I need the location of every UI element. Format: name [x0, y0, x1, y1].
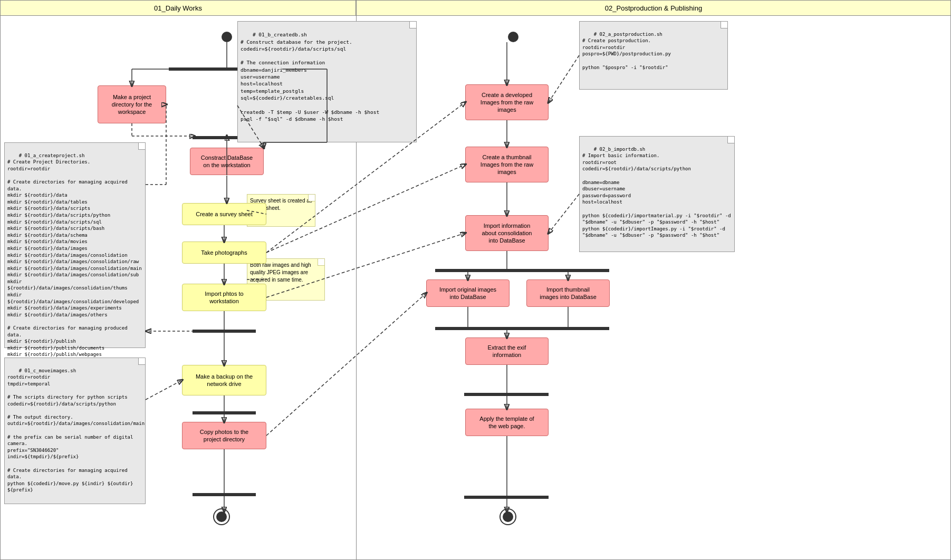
box-import-photos-label: Import phtos toworkstation: [205, 290, 243, 305]
box-apply-template-label: Apply the template ofthe web page.: [479, 415, 534, 430]
box-create-developed[interactable]: Create a developedImages from the rawima…: [465, 84, 549, 120]
box-create-developed-label: Create a developedImages from the rawima…: [481, 91, 533, 114]
fork-bar-4: [193, 411, 256, 414]
fork-bar-r1: [435, 269, 609, 272]
box-import-original-label: Import original imagesinto DataBase: [439, 286, 496, 301]
box-take-photos[interactable]: Take photographs: [182, 242, 266, 264]
box-make-project-dir-label: Make a projectdirectory for theworkspace: [112, 93, 152, 116]
code-box-createproject: # 01_a_createproject.sh # Create Project…: [4, 142, 146, 348]
code-moveimages-text: # 01_c_moveimages.sh rootdir=rootdir tmp…: [7, 368, 145, 493]
box-copy-photos[interactable]: Copy photos to theproject directory: [182, 422, 266, 449]
box-construct-db[interactable]: Constract DataBaseon the workstation: [190, 148, 264, 175]
box-construct-db-label: Constract DataBaseon the workstation: [201, 154, 253, 169]
box-import-thumbnail[interactable]: Import thumbnailimages into DataBase: [526, 279, 610, 307]
code-importdb-text: # 02_b_importdb.sh # Import basic inform…: [582, 147, 731, 238]
swimlane-header-right: 02_Postproduction & Publishing: [356, 0, 951, 16]
code-postproduction-text: # 02_a_postproduction.sh # Create postpr…: [582, 32, 671, 70]
swimlane-label-left: 01_Daily Works: [154, 4, 202, 12]
box-copy-photos-label: Copy photos to theproject directory: [200, 428, 248, 443]
fork-bar-r2: [435, 327, 609, 330]
box-apply-template[interactable]: Apply the template ofthe web page.: [465, 409, 549, 436]
box-import-consolidation-label: Import informationabout consolidationint…: [482, 222, 532, 245]
box-backup-label: Make a backup on thenetwork drive: [196, 373, 253, 388]
box-extract-exif[interactable]: Extract the exifinformation: [465, 337, 549, 365]
svg-line-42: [146, 380, 182, 400]
fork-bar-5: [193, 493, 256, 496]
note-photos-text: Both raw images and high quality JPEG im…: [250, 262, 311, 283]
box-import-thumbnail-label: Import thumbnailimages into DataBase: [540, 286, 597, 301]
code-box-moveimages: # 01_c_moveimages.sh rootdir=rootdir tmp…: [4, 358, 146, 504]
swimlane-label-right: 02_Postproduction & Publishing: [605, 4, 702, 12]
box-survey-sheet[interactable]: Create a survey sheet: [182, 203, 266, 225]
code-box-importdb: # 02_b_importdb.sh # Import basic inform…: [579, 136, 735, 252]
box-import-consolidation[interactable]: Import informationabout consolidationint…: [465, 215, 549, 251]
start-circle-right: [508, 32, 518, 42]
box-make-project-dir[interactable]: Make a projectdirectory for theworkspace: [98, 85, 166, 123]
end-circle-right: [503, 511, 513, 522]
fork-bar-3: [193, 330, 256, 333]
box-survey-sheet-label: Create a survey sheet: [196, 210, 253, 218]
box-backup[interactable]: Make a backup on thenetwork drive: [182, 365, 266, 395]
svg-line-40: [549, 55, 579, 102]
code-createproject-text: # 01_a_createproject.sh # Create Project…: [7, 153, 142, 364]
fork-bar-r4: [464, 496, 549, 499]
fork-bar-r3: [464, 393, 549, 396]
diagram-container: 01_Daily Works 02_Postproduction & Publi…: [0, 0, 951, 560]
svg-line-41: [549, 194, 579, 233]
code-createdb-text: # 01_b_createdb.sh # Construct database …: [241, 32, 379, 122]
box-import-photos[interactable]: Import phtos toworkstation: [182, 284, 266, 311]
box-create-thumbnail[interactable]: Create a thumbnailImages from the rawima…: [465, 147, 549, 182]
svg-line-39: [266, 293, 426, 436]
end-circle-left: [216, 511, 227, 522]
start-circle-left: [222, 32, 232, 42]
box-take-photos-label: Take photographs: [201, 249, 247, 256]
code-box-createdb: # 01_b_createdb.sh # Construct database …: [237, 21, 417, 142]
code-box-postproduction: # 02_a_postproduction.sh # Create postpr…: [579, 21, 728, 90]
box-extract-exif-label: Extract the exifinformation: [488, 344, 526, 359]
box-import-original[interactable]: Import original imagesinto DataBase: [426, 279, 510, 307]
box-create-thumbnail-label: Create a thumbnailImages from the rawima…: [481, 153, 533, 176]
swimlane-header-left: 01_Daily Works: [0, 0, 356, 16]
